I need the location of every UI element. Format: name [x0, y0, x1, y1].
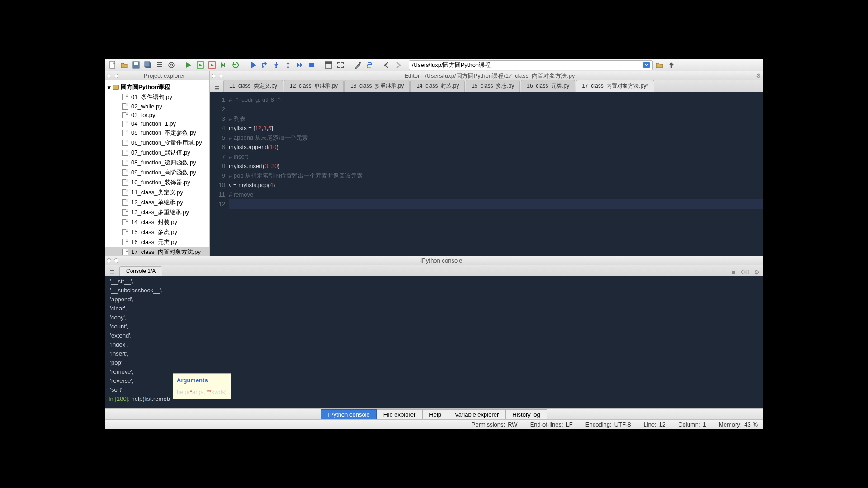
pe-title: Project explorer	[121, 72, 208, 79]
undock-pane-icon[interactable]	[114, 74, 118, 78]
gear-icon[interactable]: ⚙	[752, 269, 761, 276]
tree-item[interactable]: 14_class_封装.py	[105, 217, 209, 227]
run-cell-advance-icon[interactable]	[207, 60, 217, 70]
rerun-icon[interactable]	[231, 60, 241, 70]
file-icon	[122, 160, 128, 166]
parent-dir-icon[interactable]	[666, 60, 676, 70]
console-output[interactable]: '__str__', '__subclasshook__', 'append',…	[105, 276, 763, 408]
line-gutter: 123456789101112	[210, 92, 227, 256]
tree-item[interactable]: 13_class_多重继承.py	[105, 207, 209, 217]
file-tree[interactable]: ▾ 圆方圆Python课程 01_条件语句.py02_while.py03_fo…	[105, 80, 209, 256]
code-line[interactable]: mylists.append(10)	[229, 142, 763, 152]
file-label: 15_class_多态.py	[131, 228, 177, 236]
browse-tabs-icon[interactable]: ☰	[212, 85, 222, 92]
svg-rect-2	[134, 62, 138, 65]
tree-item[interactable]: 03_for.py	[105, 111, 209, 119]
tree-item[interactable]: 07_function_默认值.py	[105, 148, 209, 158]
run-cell-icon[interactable]	[195, 60, 205, 70]
code-line[interactable]: # remove	[229, 190, 763, 199]
tree-item[interactable]: 02_while.py	[105, 102, 209, 111]
chevron-down-icon: ▾	[108, 84, 111, 91]
tree-item[interactable]: 12_class_单继承.py	[105, 197, 209, 207]
new-file-icon[interactable]	[108, 60, 118, 70]
browse-tabs-icon[interactable]: ☰	[107, 269, 118, 276]
console-output-line: 'count',	[108, 322, 760, 331]
tree-item[interactable]: 09_function_高阶函数.py	[105, 168, 209, 178]
python-path-icon[interactable]	[364, 60, 374, 70]
tree-item[interactable]: 10_function_装饰器.py	[105, 178, 209, 188]
step-in-icon[interactable]	[271, 60, 281, 70]
console-tab[interactable]: Console 1/A	[119, 266, 162, 276]
undock-pane-icon[interactable]	[114, 258, 118, 263]
editor-tab[interactable]: 17_class_内置对象方法.py*	[576, 80, 654, 92]
editor-tab[interactable]: 15_class_多态.py	[466, 80, 520, 92]
list-icon[interactable]	[155, 60, 165, 70]
main-split: Project explorer ▾ 圆方圆Python课程 01_条件语句.p…	[105, 71, 763, 256]
run-selection-icon[interactable]	[219, 60, 229, 70]
bottom-tab[interactable]: Variable explorer	[448, 409, 505, 419]
editor-tab[interactable]: 13_class_多重继承.py	[344, 80, 410, 92]
tree-item[interactable]: 08_function_递归函数.py	[105, 158, 209, 168]
bottom-tab[interactable]: File explorer	[377, 409, 423, 419]
debug-last-icon[interactable]	[248, 60, 258, 70]
file-icon	[122, 130, 128, 136]
maximize-icon[interactable]	[324, 60, 334, 70]
code-line[interactable]	[229, 104, 763, 114]
working-dir-combo[interactable]: /Users/luxp/圆方圆Python课程	[409, 60, 653, 70]
editor-tab[interactable]: 11_class_类定义.py	[223, 80, 283, 92]
code-line[interactable]: # 列表	[229, 114, 763, 123]
open-folder-icon[interactable]	[119, 60, 129, 70]
code-line[interactable]	[229, 199, 763, 209]
status-bar: Permissions:RW End-of-lines:LF Encoding:…	[105, 419, 763, 429]
code-line[interactable]: # insert	[229, 152, 763, 161]
close-pane-icon[interactable]	[107, 74, 111, 78]
file-icon	[122, 209, 128, 216]
editor-tab[interactable]: 14_class_封装.py	[410, 80, 465, 92]
stop-kernel-icon[interactable]: ■	[730, 269, 737, 276]
tree-item[interactable]: 15_class_多态.py	[105, 227, 209, 237]
stop-debug-icon[interactable]	[307, 60, 316, 70]
tree-item[interactable]: 01_条件语句.py	[105, 92, 209, 102]
close-pane-icon[interactable]	[107, 258, 111, 263]
save-all-icon[interactable]	[143, 60, 153, 70]
tree-item[interactable]: 16_class_元类.py	[105, 237, 209, 247]
pe-header: Project explorer	[105, 71, 209, 80]
at-icon[interactable]	[166, 60, 176, 70]
code-line[interactable]: mylists.insert(3, 30)	[229, 161, 763, 171]
code-line[interactable]: # -*- coding: utf-8 -*-	[229, 95, 763, 104]
tree-item[interactable]: 06_function_变量作用域.py	[105, 138, 209, 148]
code-line[interactable]: v = mylists.pop(4)	[229, 180, 763, 190]
console-output-line: 'append',	[108, 295, 760, 304]
editor-tab[interactable]: 16_class_元类.py	[521, 80, 575, 92]
code-line[interactable]: # pop 从指定索引的位置弹出一个元素并返回该元素	[229, 171, 763, 180]
preferences-icon[interactable]	[353, 60, 363, 70]
svg-rect-12	[309, 63, 314, 67]
fullscreen-icon[interactable]	[335, 60, 345, 70]
close-pane-icon[interactable]	[212, 74, 216, 78]
tree-item[interactable]: 17_class_内置对象方法.py	[105, 247, 209, 256]
continue-icon[interactable]	[295, 60, 305, 70]
browse-dir-icon[interactable]	[655, 60, 665, 70]
clear-icon[interactable]: ⌫	[739, 269, 750, 276]
code-line[interactable]: mylists = [12,3,5]	[229, 123, 763, 133]
bottom-tab[interactable]: Help	[422, 409, 448, 419]
save-icon[interactable]	[131, 60, 141, 70]
undock-pane-icon[interactable]	[219, 74, 223, 78]
step-icon[interactable]	[259, 60, 269, 70]
bottom-tab[interactable]: IPython console	[321, 409, 377, 419]
step-out-icon[interactable]	[283, 60, 293, 70]
back-icon[interactable]	[382, 60, 392, 70]
run-icon[interactable]	[184, 60, 193, 70]
code-area[interactable]: # -*- coding: utf-8 -*-# 列表mylists = [12…	[227, 92, 763, 256]
tree-root[interactable]: ▾ 圆方圆Python课程	[105, 82, 209, 92]
forward-icon[interactable]	[393, 60, 403, 70]
tree-item[interactable]: 04_function_1.py	[105, 119, 209, 128]
code-line[interactable]: # append 从末尾添加一个元素	[229, 133, 763, 142]
code-editor[interactable]: 123456789101112 # -*- coding: utf-8 -*-#…	[210, 92, 763, 256]
svg-point-9	[262, 66, 264, 68]
bottom-tab[interactable]: History log	[505, 409, 547, 419]
tree-item[interactable]: 11_class_类定义.py	[105, 188, 209, 197]
tree-item[interactable]: 05_function_不定参数.py	[105, 128, 209, 138]
editor-tab[interactable]: 12_class_单继承.py	[284, 80, 344, 92]
gear-icon[interactable]: ⚙	[756, 72, 761, 79]
